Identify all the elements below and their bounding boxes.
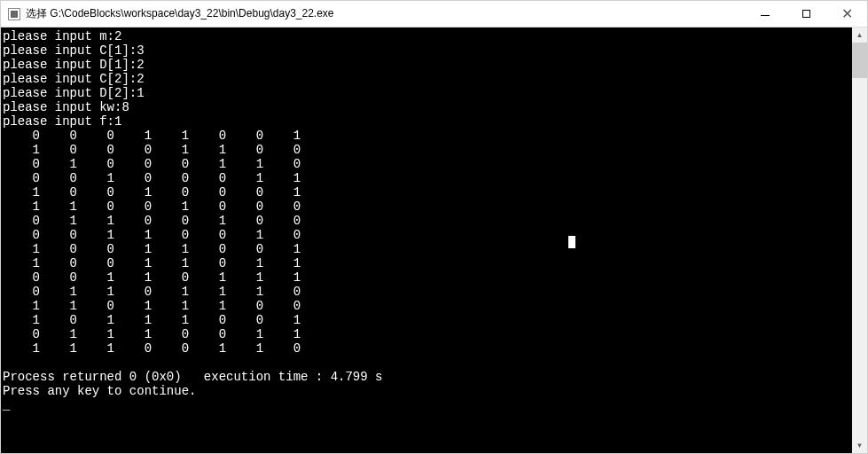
window-controls: ✕ xyxy=(745,1,867,27)
cursor-prompt: _ xyxy=(3,398,10,412)
client-area: please input m:2 please input C[1]:3 ple… xyxy=(1,27,867,453)
prompt-f: please input f:1 xyxy=(3,114,121,129)
prompt-c1: please input C[1]:3 xyxy=(3,43,145,58)
prompt-d2: please input D[2]:1 xyxy=(3,86,145,100)
console-window: 选择 G:\CodeBlocks\workspace\day3_22\bin\D… xyxy=(0,0,868,454)
prompt-m: please input m:2 xyxy=(3,29,121,43)
window-title: 选择 G:\CodeBlocks\workspace\day3_22\bin\D… xyxy=(26,6,334,21)
prompt-kw: please input kw:8 xyxy=(3,100,129,114)
maximize-button[interactable] xyxy=(786,1,826,27)
matrix-output: 0 0 0 1 1 0 0 1 1 0 0 0 1 1 0 0 0 1 0 0 … xyxy=(3,129,852,356)
process-returned: Process returned 0 (0x0) execution time … xyxy=(3,370,382,384)
prompt-c2: please input C[2]:2 xyxy=(3,72,145,86)
vertical-scrollbar[interactable]: ▲ ▼ xyxy=(852,27,867,453)
press-any-key: Press any key to continue. xyxy=(3,384,196,398)
close-button[interactable]: ✕ xyxy=(826,1,867,27)
minimize-button[interactable] xyxy=(745,1,786,27)
app-icon xyxy=(8,8,20,20)
console-output[interactable]: please input m:2 please input C[1]:3 ple… xyxy=(1,27,852,453)
text-cursor-icon xyxy=(568,236,575,248)
scroll-up-icon[interactable]: ▲ xyxy=(852,27,867,43)
scroll-down-icon[interactable]: ▼ xyxy=(852,438,867,453)
titlebar[interactable]: 选择 G:\CodeBlocks\workspace\day3_22\bin\D… xyxy=(1,1,867,27)
title-left: 选择 G:\CodeBlocks\workspace\day3_22\bin\D… xyxy=(1,6,745,21)
prompt-d1: please input D[1]:2 xyxy=(3,58,145,72)
scroll-track[interactable] xyxy=(852,43,867,438)
scroll-thumb[interactable] xyxy=(852,43,867,78)
